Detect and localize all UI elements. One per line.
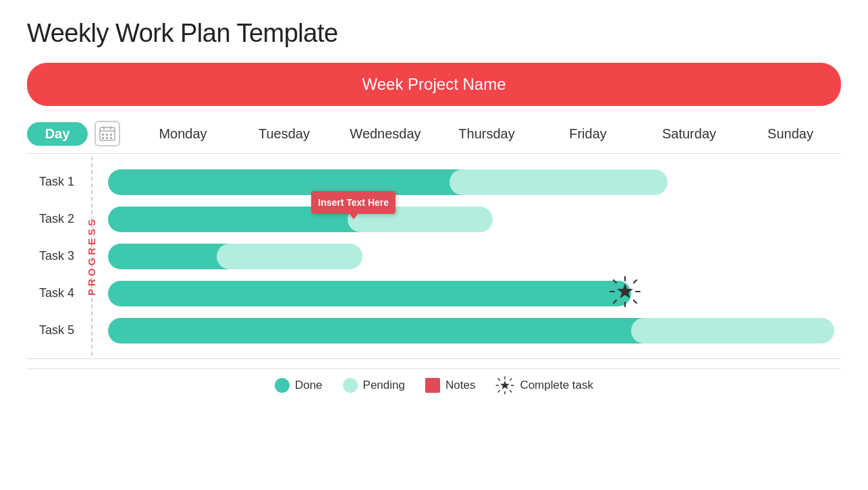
chart-area: Task 1 Task 2 Task 3 Task 4 Task 5 PROGR… xyxy=(27,157,841,356)
day-saturday: Saturday xyxy=(639,126,740,142)
svg-line-23 xyxy=(498,379,499,380)
legend-pending-icon xyxy=(343,378,358,393)
svg-rect-8 xyxy=(106,137,108,139)
day-sunday: Sunday xyxy=(740,126,841,142)
task-label-1: Task 1 xyxy=(27,163,81,200)
bar-row-2: Insert Text Here xyxy=(108,200,834,238)
bar-done-4 xyxy=(108,281,631,306)
bar-row-3 xyxy=(108,238,834,275)
day-button[interactable]: Day xyxy=(27,122,88,146)
svg-line-14 xyxy=(614,280,616,283)
svg-line-24 xyxy=(510,391,512,392)
day-header-row: Day Monday Tuesday Wednesday Thursday Fr… xyxy=(27,121,841,146)
legend-pending: Pending xyxy=(343,378,405,393)
task-label-2: Task 2 xyxy=(27,200,81,238)
svg-rect-4 xyxy=(102,134,104,136)
svg-rect-9 xyxy=(110,137,112,139)
day-tuesday: Tuesday xyxy=(234,126,335,142)
bottom-divider xyxy=(27,358,841,359)
progress-label-col: PROGRESS xyxy=(81,157,101,356)
task-labels: Task 1 Task 2 Task 3 Task 4 Task 5 xyxy=(27,157,81,356)
project-name-bar[interactable]: Week Project Name xyxy=(27,63,841,106)
bar-done-5 xyxy=(108,318,653,344)
legend: Done Pending Notes Complete task xyxy=(27,369,841,395)
task-label-3: Task 3 xyxy=(27,238,81,275)
bar-pending-1 xyxy=(450,169,668,195)
svg-line-26 xyxy=(498,391,499,392)
day-friday: Friday xyxy=(537,126,639,142)
bar-pending-5 xyxy=(631,318,834,344)
note-card[interactable]: Insert Text Here xyxy=(311,191,396,214)
legend-done-icon xyxy=(275,378,290,393)
svg-marker-27 xyxy=(500,381,510,389)
progress-label: PROGRESS xyxy=(86,217,97,296)
legend-done-label: Done xyxy=(295,379,323,392)
svg-rect-5 xyxy=(106,134,108,136)
bars-area: Insert Text Here xyxy=(101,157,841,356)
svg-rect-7 xyxy=(102,137,104,139)
svg-marker-18 xyxy=(617,283,633,298)
legend-notes: Notes xyxy=(425,378,475,393)
bar-row-1 xyxy=(108,163,834,200)
day-monday: Monday xyxy=(132,126,234,142)
bar-pending-3 xyxy=(217,244,362,269)
complete-task-star-4 xyxy=(609,275,641,312)
top-divider xyxy=(27,153,841,154)
bar-row-5 xyxy=(108,312,834,349)
legend-pending-label: Pending xyxy=(363,379,405,392)
bar-row-4 xyxy=(108,275,834,312)
svg-line-17 xyxy=(614,300,616,303)
task-label-5: Task 5 xyxy=(27,312,81,349)
legend-star-icon xyxy=(495,376,514,395)
legend-done: Done xyxy=(275,378,323,393)
legend-notes-label: Notes xyxy=(445,379,475,392)
svg-rect-6 xyxy=(110,134,112,136)
svg-line-15 xyxy=(634,300,636,303)
page-title: Weekly Work Plan Template xyxy=(27,19,841,48)
day-wednesday: Wednesday xyxy=(335,126,436,142)
svg-line-25 xyxy=(510,379,512,380)
svg-line-16 xyxy=(634,280,636,283)
task-label-4: Task 4 xyxy=(27,275,81,312)
calendar-icon[interactable] xyxy=(94,121,120,146)
days-list: Monday Tuesday Wednesday Thursday Friday… xyxy=(132,126,841,142)
legend-complete-task: Complete task xyxy=(495,376,593,395)
legend-complete-task-label: Complete task xyxy=(520,379,593,392)
legend-notes-icon xyxy=(425,378,440,393)
day-thursday: Thursday xyxy=(436,126,537,142)
